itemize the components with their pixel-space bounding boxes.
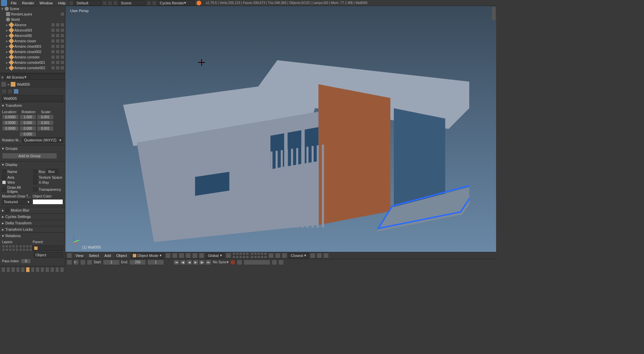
layout-del-icon[interactable] [108,1,112,5]
blender-info-icon[interactable] [1,0,7,6]
wire-checkbox[interactable] [2,180,6,184]
timeline-menu-icon[interactable]: ≡ [73,260,79,265]
cursor-icon[interactable] [56,50,60,54]
keying-set-icon[interactable] [237,260,242,265]
outliner-object-row[interactable]: ▸Armário closet [0,38,65,44]
play-reverse-button[interactable]: ◀ [186,260,192,265]
transform-panel-header[interactable]: ▾Transform [0,102,65,108]
scene-del-icon[interactable] [152,1,157,5]
render-icon[interactable] [60,50,64,54]
xray-checkbox[interactable] [33,180,37,184]
layers-button-icon[interactable] [226,253,231,258]
cursor-icon[interactable] [56,28,60,32]
display-panel-header[interactable]: ▾Display [0,162,65,168]
mode-dropdown[interactable]: Object Mode▾ [130,253,164,258]
context-world-icon[interactable] [21,267,25,272]
passindex-field[interactable]: 0 [21,259,31,264]
context-render-icon[interactable] [6,267,10,272]
outliner-object-row[interactable]: ▸Armário corredor001 [0,60,65,65]
play-button[interactable]: ▶ [193,260,199,265]
pivot-icon[interactable] [172,253,177,258]
eye-icon[interactable] [51,39,55,43]
context-constraints-icon[interactable] [31,267,35,272]
lock-camera-icon[interactable] [268,253,274,258]
drawedges-checkbox[interactable] [2,187,6,191]
editor-type-3dview-icon[interactable] [67,253,72,258]
tab-object[interactable] [13,89,19,94]
eye-icon[interactable] [51,23,55,27]
outliner-object-row[interactable]: ▸Alicerce [0,22,65,28]
menu-window[interactable]: Window [37,1,55,5]
object-menu[interactable]: Object [114,254,129,258]
transparency-checkbox[interactable] [33,187,37,191]
rot-z-field[interactable]: 0.000 [19,132,36,137]
cursor-icon[interactable] [56,34,60,38]
select-menu[interactable]: Select [87,254,101,258]
render-engine-dropdown[interactable]: Cycles Render▾ [158,0,195,6]
loc-y-field[interactable]: 0.0000 [2,120,19,125]
shading-solid-icon[interactable] [165,253,171,258]
outliner-object-row[interactable]: ▸Alicerce005 [0,33,65,38]
object-color-swatch[interactable] [33,199,63,205]
rotation-mode-dropdown[interactable]: Quaternion (WXYZ)▾ [22,137,63,143]
scene-browse-icon[interactable] [113,1,118,5]
delete-keyframe-icon[interactable] [278,260,284,265]
scale-z-field[interactable]: 0.001 [37,126,54,131]
rot-w-field[interactable]: 1.000 [19,115,36,120]
render-opengl-anim-icon[interactable] [317,253,322,258]
outliner-filter-dropdown[interactable]: All Scenes▾ [5,75,28,80]
groups-panel-header[interactable]: ▾Groups [0,145,65,151]
snap-element-icon[interactable] [282,253,287,258]
scene-add-icon[interactable] [147,1,151,5]
start-frame-field[interactable]: 1 [103,260,120,265]
viewport-layers-grid[interactable] [232,252,267,259]
add-to-group-plus-icon[interactable] [58,153,63,159]
orientation-dropdown[interactable]: Global▾ [206,253,224,258]
timeline-editor-type-icon[interactable] [67,260,72,265]
cursor-icon[interactable] [56,60,60,64]
context-particles-icon[interactable] [55,267,59,272]
menu-file[interactable]: File [8,1,19,5]
outliner-object-row[interactable]: ▸Armário closet001 [0,44,65,49]
manipulator-scale-icon[interactable] [199,253,204,258]
outliner-object-row[interactable]: ▸Armário corredor002 [0,65,65,71]
layout-prev-icon[interactable] [69,1,73,5]
scale-x-field[interactable]: 0.001 [37,115,54,120]
render-icon[interactable] [60,66,64,70]
context-texture-icon[interactable] [50,267,54,272]
outliner-object-row[interactable]: ▸Armário closet002 [0,49,65,54]
sync-mode-dropdown[interactable]: No Sync▾ [213,260,229,264]
context-scene-icon[interactable] [16,267,20,272]
tab-render[interactable] [1,89,7,94]
object-name-input[interactable] [2,95,63,101]
render-icon[interactable] [60,23,64,27]
cursor-icon[interactable] [56,39,60,43]
menu-render[interactable]: Render [19,1,37,5]
parent-object-field[interactable] [33,246,63,251]
manipulator-toggle-icon[interactable] [179,253,184,258]
menu-help[interactable]: Help [55,1,68,5]
motion-blur-panel-header[interactable]: ▸Motion Blur [0,207,65,213]
add-menu[interactable]: Add [102,254,113,258]
eye-icon[interactable] [51,34,55,38]
loc-z-field[interactable]: 0.0000 [2,126,19,131]
parent-type-dropdown[interactable]: Object [34,252,63,258]
rot-y-field[interactable]: 0.000 [19,126,36,131]
add-to-group-button[interactable]: Add to Group [2,153,57,159]
cursor-icon[interactable] [56,66,60,70]
disclosure-triangle-icon[interactable]: ▾ [1,7,5,11]
context-modifiers-icon[interactable] [36,267,40,272]
view-menu[interactable]: View [73,254,86,258]
keyframe-next-button[interactable]: |▶ [199,260,205,265]
snap-target-dropdown[interactable]: Closest▾ [288,253,309,258]
manipulator-translate-icon[interactable] [185,253,191,258]
delta-transform-panel-header[interactable]: ▸Delta Transform [0,220,65,226]
render-icon[interactable] [60,55,64,59]
cursor-icon[interactable] [56,55,60,59]
jump-end-button[interactable]: ⏭ [205,260,211,265]
screen-layout-dropdown[interactable]: Default [74,0,101,6]
scene-dropdown[interactable]: Scene [119,0,146,6]
viewport-scroll-grip[interactable] [492,7,495,20]
eye-icon[interactable] [51,28,55,32]
eye-icon[interactable] [51,50,55,54]
